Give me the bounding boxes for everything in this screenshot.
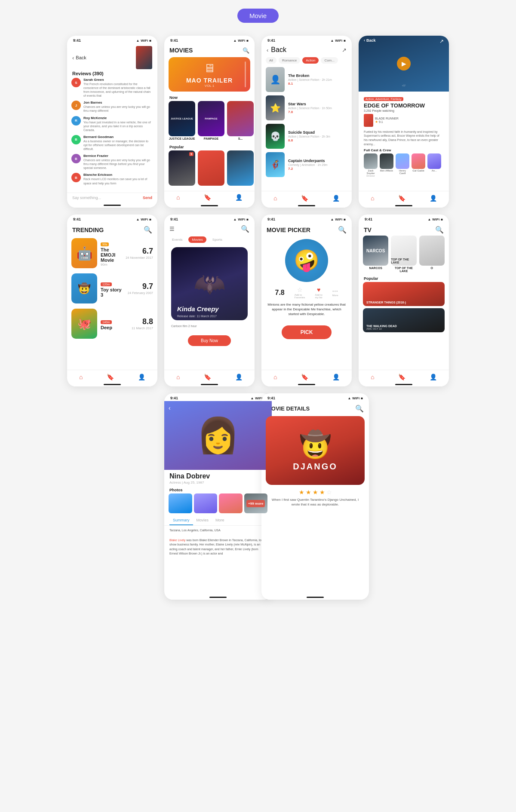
back-arrow-9[interactable]: ‹ <box>169 404 171 411</box>
bookmark-nav-6[interactable]: 🔖 <box>204 374 211 380</box>
search-icon-7[interactable]: 🔍 <box>338 226 347 234</box>
filter-action[interactable]: Action <box>302 57 319 64</box>
show-name-narcos: NARCOS <box>363 267 388 270</box>
cast-name-gal: Gal Gadot <box>412 169 425 172</box>
user-nav-3[interactable]: 👤 <box>332 195 340 202</box>
kinda-creepy-poster[interactable]: 🦇 Kinda Creepy Release date: 11 March 20… <box>171 247 248 320</box>
list-item[interactable]: 🦸 Captain Underpants Comedy | Animation … <box>266 152 347 177</box>
home-nav-icon[interactable]: ⌂ <box>176 194 180 201</box>
tab-more-nina[interactable]: More <box>212 516 228 525</box>
filter-all[interactable]: All <box>266 57 276 64</box>
bottom-nav-4: ⌂ 🔖 👤 <box>359 191 449 203</box>
status-bar-3: 9:41 ▲WiFi■ <box>261 36 352 43</box>
trend-rating-deep: 8.8 <box>132 317 153 326</box>
photo-1[interactable] <box>169 493 192 513</box>
search-icon-5[interactable]: 🔍 <box>144 226 152 234</box>
share-icon-4[interactable]: ↗ <box>439 38 444 44</box>
share-icon-3[interactable]: ↗ <box>342 47 347 53</box>
user-nav-7[interactable]: 👤 <box>332 374 340 380</box>
bookmark-nav-7[interactable]: 🔖 <box>301 374 308 380</box>
popular-card-3[interactable] <box>227 150 254 186</box>
user-nav-5[interactable]: 👤 <box>138 374 145 380</box>
popular-card-2[interactable] <box>198 150 224 186</box>
tab-summary[interactable]: Summary <box>169 516 193 525</box>
buy-now-button[interactable]: Buy Now <box>188 335 231 346</box>
tab-sports[interactable]: Sports <box>209 236 226 243</box>
movie-rating-broken: 8.1 <box>288 82 347 86</box>
popular-card-1[interactable]: 9 <box>169 150 195 186</box>
bookmark-nav-icon[interactable]: 🔖 <box>204 194 211 201</box>
page-title-button[interactable]: Movie <box>237 9 279 23</box>
add-list-action[interactable]: ♥ Add tomy list <box>315 286 322 299</box>
search-icon-2[interactable]: 🔍 <box>243 47 249 54</box>
bio-link[interactable]: Blake Lively <box>169 539 185 542</box>
popular-item-stranger[interactable]: STRANGER THINGS (2016-) <box>363 282 445 306</box>
back-button-1[interactable]: ‹ Back <box>72 55 86 61</box>
back-button-4[interactable]: ‹ Back <box>364 38 376 43</box>
home-nav-6[interactable]: ⌂ <box>176 374 180 380</box>
photo-2[interactable] <box>194 493 218 513</box>
movie-card-sh[interactable]: S... <box>227 101 254 140</box>
user-nav-6[interactable]: 👤 <box>235 374 243 380</box>
bottom-nav-2: ⌂ 🔖 👤 <box>164 191 255 203</box>
trend-badge-emoji: 90s <box>101 242 109 246</box>
django-review-text: When I first saw Quentin Tarantino's Dja… <box>261 497 369 507</box>
trend-item-emoji[interactable]: 🤖 90s The EMOJI Movie 90m 6.7 24 Novembe… <box>67 236 157 271</box>
more-action[interactable]: ••• More <box>332 289 338 297</box>
tab-events[interactable]: Events <box>169 236 186 243</box>
search-icon-10[interactable]: 🔍 <box>355 404 364 413</box>
movie-card-justice-league[interactable]: JUSTICE LEAGUE JUSTICE LEAGUE <box>169 101 195 140</box>
tab-movies-nina[interactable]: Movies <box>193 516 212 525</box>
show-card-other[interactable]: O <box>419 236 445 273</box>
home-nav-5[interactable]: ⌂ <box>79 374 83 380</box>
show-card-topthelake[interactable]: TOP OF THE LAKE TOP OF THE LAKE <box>391 236 416 273</box>
time-9: 9:41 <box>170 396 178 400</box>
more-photos-label: +99 more <box>246 500 265 507</box>
home-nav-4[interactable]: ⌂ <box>371 195 374 202</box>
home-nav-8[interactable]: ⌂ <box>371 374 374 380</box>
filter-romance[interactable]: Romance <box>279 57 300 64</box>
movie-rating-captain: 7.2 <box>288 167 347 171</box>
bookmark-nav-5[interactable]: 🔖 <box>107 374 114 380</box>
popular-item-walkingdead[interactable]: THE WALKING DEAD AMC OCT 22 <box>363 308 445 332</box>
search-icon-6[interactable]: 🔍 <box>241 225 249 233</box>
bookmark-nav-4[interactable]: 🔖 <box>398 195 405 202</box>
hamburger-icon-6[interactable]: ☰ <box>169 226 175 232</box>
user-nav-4[interactable]: 👤 <box>430 195 437 202</box>
trend-item-deep[interactable]: 🐙 140m Deep 8.8 11 March 2017 <box>67 306 157 341</box>
review-content: Bernard Goodman As a business owner or m… <box>83 135 153 151</box>
add-favorites-action[interactable]: ☆ Add toFavorites <box>295 286 305 299</box>
user-nav-icon[interactable]: 👤 <box>235 194 243 201</box>
photo-more[interactable]: +99 more <box>244 493 268 513</box>
movie-type-label: Cartoon film 2 hour <box>164 323 255 329</box>
movies-banner[interactable]: 🖥 MAO TRAILER VOL 1 <box>169 57 250 92</box>
send-button[interactable]: Send <box>143 196 152 200</box>
home-nav-3[interactable]: ⌂ <box>273 195 277 202</box>
review-content: Roy McKenzie You have just invested in a… <box>83 116 153 132</box>
back-arrow-3[interactable]: ‹ <box>267 47 268 53</box>
trend-item-toystory[interactable]: 🤠 120m Toy story 3 9.7 24 February 2007 <box>67 271 157 306</box>
review-content: Bernice Frazier Chances are unless you a… <box>83 154 153 170</box>
home-nav-7[interactable]: ⌂ <box>273 374 277 380</box>
list-item[interactable]: 💀 Suicide Squad Action | Science Fiction… <box>266 124 347 149</box>
show-card-narcos[interactable]: NARCOS NARCOS <box>363 236 388 273</box>
back-label-1: Back <box>76 55 86 60</box>
action-header: ‹ Back ↗ <box>261 43 352 55</box>
bottom-nav-7: ⌂ 🔖 👤 <box>261 370 352 382</box>
pick-button[interactable]: PICK <box>282 325 332 339</box>
list-item[interactable]: ⭐ Star Wars Action | Science Fiction · 1… <box>266 95 347 120</box>
django-header: MOVIE DETAILS 🔍 <box>261 401 369 414</box>
list-item[interactable]: 👤 The Broken Action | Science Fiction · … <box>266 67 347 92</box>
bookmark-nav-8[interactable]: 🔖 <box>398 374 405 380</box>
search-icon-8[interactable]: 🔍 <box>435 226 444 234</box>
review-item: J Jon Barnes Chances are unless you are … <box>71 101 153 113</box>
tab-movies[interactable]: Movies <box>188 236 206 243</box>
user-nav-8[interactable]: 👤 <box>430 374 437 380</box>
movie-card-pampage[interactable]: PAMPAGE PAMPAGE <box>198 101 224 140</box>
star-1: ★ <box>299 489 304 496</box>
trend-rating-emoji: 6.7 <box>126 247 153 256</box>
play-button-4[interactable]: ▶ <box>397 57 411 70</box>
bookmark-nav-3[interactable]: 🔖 <box>301 195 308 202</box>
photo-3[interactable] <box>219 493 243 513</box>
filter-com[interactable]: Com... <box>321 57 338 64</box>
